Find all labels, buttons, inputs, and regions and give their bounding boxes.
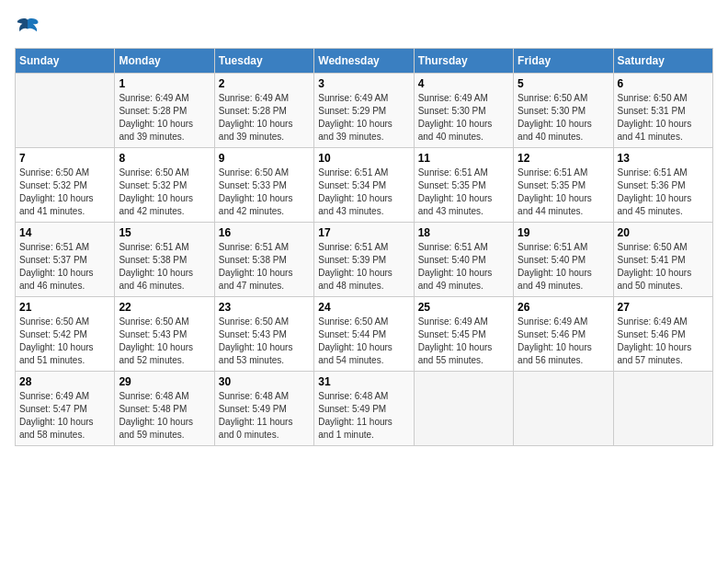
logo xyxy=(15,15,44,40)
calendar-cell: 14Sunrise: 6:51 AM Sunset: 5:37 PM Dayli… xyxy=(16,223,115,297)
weekday-monday: Monday xyxy=(115,49,214,74)
day-info: Sunrise: 6:50 AM Sunset: 5:43 PM Dayligh… xyxy=(219,316,310,367)
weekday-friday: Friday xyxy=(514,49,613,74)
day-info: Sunrise: 6:48 AM Sunset: 5:49 PM Dayligh… xyxy=(318,390,409,442)
calendar-cell: 19Sunrise: 6:51 AM Sunset: 5:40 PM Dayli… xyxy=(514,223,613,297)
day-info: Sunrise: 6:50 AM Sunset: 5:33 PM Dayligh… xyxy=(219,167,310,218)
calendar-cell: 11Sunrise: 6:51 AM Sunset: 5:35 PM Dayli… xyxy=(414,148,513,223)
day-number: 2 xyxy=(219,77,310,90)
day-number: 30 xyxy=(219,375,310,388)
day-info: Sunrise: 6:51 AM Sunset: 5:40 PM Dayligh… xyxy=(518,241,609,293)
day-info: Sunrise: 6:49 AM Sunset: 5:46 PM Dayligh… xyxy=(518,316,609,367)
weekday-wednesday: Wednesday xyxy=(314,49,414,74)
calendar-cell: 12Sunrise: 6:51 AM Sunset: 5:35 PM Dayli… xyxy=(514,148,613,223)
calendar-cell: 1Sunrise: 6:49 AM Sunset: 5:28 PM Daylig… xyxy=(115,74,214,148)
calendar-cell: 18Sunrise: 6:51 AM Sunset: 5:40 PM Dayli… xyxy=(414,223,513,297)
day-number: 5 xyxy=(518,77,609,90)
day-info: Sunrise: 6:50 AM Sunset: 5:32 PM Dayligh… xyxy=(19,167,110,218)
calendar-week-4: 21Sunrise: 6:50 AM Sunset: 5:42 PM Dayli… xyxy=(16,297,713,372)
day-info: Sunrise: 6:51 AM Sunset: 5:38 PM Dayligh… xyxy=(219,241,310,293)
day-info: Sunrise: 6:50 AM Sunset: 5:41 PM Dayligh… xyxy=(618,241,709,293)
day-info: Sunrise: 6:51 AM Sunset: 5:35 PM Dayligh… xyxy=(518,167,609,218)
day-info: Sunrise: 6:51 AM Sunset: 5:36 PM Dayligh… xyxy=(618,167,709,218)
day-number: 16 xyxy=(219,226,310,239)
day-number: 4 xyxy=(418,77,509,90)
calendar-cell: 10Sunrise: 6:51 AM Sunset: 5:34 PM Dayli… xyxy=(314,148,414,223)
calendar-cell: 22Sunrise: 6:50 AM Sunset: 5:43 PM Dayli… xyxy=(115,297,214,372)
day-info: Sunrise: 6:49 AM Sunset: 5:28 PM Dayligh… xyxy=(219,92,310,144)
day-info: Sunrise: 6:49 AM Sunset: 5:30 PM Dayligh… xyxy=(418,92,509,144)
day-number: 23 xyxy=(219,301,310,314)
calendar-week-1: 1Sunrise: 6:49 AM Sunset: 5:28 PM Daylig… xyxy=(16,74,713,148)
calendar-week-3: 14Sunrise: 6:51 AM Sunset: 5:37 PM Dayli… xyxy=(16,223,713,297)
calendar-cell: 8Sunrise: 6:50 AM Sunset: 5:32 PM Daylig… xyxy=(115,148,214,223)
day-number: 8 xyxy=(119,152,210,165)
calendar-cell: 25Sunrise: 6:49 AM Sunset: 5:45 PM Dayli… xyxy=(414,297,513,372)
day-number: 10 xyxy=(318,152,409,165)
day-number: 11 xyxy=(418,152,509,165)
calendar-week-2: 7Sunrise: 6:50 AM Sunset: 5:32 PM Daylig… xyxy=(16,148,713,223)
calendar-cell xyxy=(613,372,712,446)
day-info: Sunrise: 6:49 AM Sunset: 5:28 PM Dayligh… xyxy=(119,92,210,144)
calendar-cell: 29Sunrise: 6:48 AM Sunset: 5:48 PM Dayli… xyxy=(115,372,214,446)
calendar-cell: 17Sunrise: 6:51 AM Sunset: 5:39 PM Dayli… xyxy=(314,223,414,297)
calendar-cell: 26Sunrise: 6:49 AM Sunset: 5:46 PM Dayli… xyxy=(514,297,613,372)
weekday-thursday: Thursday xyxy=(414,49,513,74)
calendar-cell: 15Sunrise: 6:51 AM Sunset: 5:38 PM Dayli… xyxy=(115,223,214,297)
page-header xyxy=(15,15,713,40)
calendar-cell: 13Sunrise: 6:51 AM Sunset: 5:36 PM Dayli… xyxy=(613,148,712,223)
calendar-cell: 16Sunrise: 6:51 AM Sunset: 5:38 PM Dayli… xyxy=(214,223,313,297)
calendar-cell xyxy=(514,372,613,446)
day-info: Sunrise: 6:50 AM Sunset: 5:32 PM Dayligh… xyxy=(119,167,210,218)
day-number: 15 xyxy=(119,226,210,239)
calendar-cell: 20Sunrise: 6:50 AM Sunset: 5:41 PM Dayli… xyxy=(613,223,712,297)
calendar-cell: 30Sunrise: 6:48 AM Sunset: 5:49 PM Dayli… xyxy=(214,372,313,446)
day-number: 19 xyxy=(518,226,609,239)
day-info: Sunrise: 6:48 AM Sunset: 5:48 PM Dayligh… xyxy=(119,390,210,442)
day-info: Sunrise: 6:49 AM Sunset: 5:46 PM Dayligh… xyxy=(618,316,709,367)
day-number: 22 xyxy=(119,301,210,314)
day-number: 29 xyxy=(119,375,210,388)
weekday-saturday: Saturday xyxy=(613,49,712,74)
day-number: 21 xyxy=(19,301,110,314)
calendar-cell: 28Sunrise: 6:49 AM Sunset: 5:47 PM Dayli… xyxy=(16,372,115,446)
day-info: Sunrise: 6:51 AM Sunset: 5:37 PM Dayligh… xyxy=(19,241,110,293)
day-number: 18 xyxy=(418,226,509,239)
day-number: 25 xyxy=(418,301,509,314)
day-number: 17 xyxy=(318,226,409,239)
calendar-cell xyxy=(16,74,115,148)
calendar-cell: 31Sunrise: 6:48 AM Sunset: 5:49 PM Dayli… xyxy=(314,372,414,446)
logo-icon xyxy=(15,15,40,40)
day-number: 24 xyxy=(318,301,409,314)
day-number: 14 xyxy=(19,226,110,239)
day-number: 26 xyxy=(518,301,609,314)
calendar-week-5: 28Sunrise: 6:49 AM Sunset: 5:47 PM Dayli… xyxy=(16,372,713,446)
calendar-cell: 3Sunrise: 6:49 AM Sunset: 5:29 PM Daylig… xyxy=(314,74,414,148)
day-info: Sunrise: 6:50 AM Sunset: 5:44 PM Dayligh… xyxy=(318,316,409,367)
day-info: Sunrise: 6:51 AM Sunset: 5:39 PM Dayligh… xyxy=(318,241,409,293)
day-number: 20 xyxy=(618,226,709,239)
day-info: Sunrise: 6:50 AM Sunset: 5:30 PM Dayligh… xyxy=(518,92,609,144)
day-info: Sunrise: 6:50 AM Sunset: 5:31 PM Dayligh… xyxy=(618,92,709,144)
day-info: Sunrise: 6:50 AM Sunset: 5:43 PM Dayligh… xyxy=(119,316,210,367)
day-info: Sunrise: 6:51 AM Sunset: 5:40 PM Dayligh… xyxy=(418,241,509,293)
day-info: Sunrise: 6:49 AM Sunset: 5:29 PM Dayligh… xyxy=(318,92,409,144)
calendar-cell: 24Sunrise: 6:50 AM Sunset: 5:44 PM Dayli… xyxy=(314,297,414,372)
calendar-cell: 9Sunrise: 6:50 AM Sunset: 5:33 PM Daylig… xyxy=(214,148,313,223)
calendar-cell: 5Sunrise: 6:50 AM Sunset: 5:30 PM Daylig… xyxy=(514,74,613,148)
calendar-cell: 7Sunrise: 6:50 AM Sunset: 5:32 PM Daylig… xyxy=(16,148,115,223)
calendar-cell: 27Sunrise: 6:49 AM Sunset: 5:46 PM Dayli… xyxy=(613,297,712,372)
calendar-cell: 6Sunrise: 6:50 AM Sunset: 5:31 PM Daylig… xyxy=(613,74,712,148)
calendar-cell xyxy=(414,372,513,446)
day-number: 31 xyxy=(318,375,409,388)
day-number: 3 xyxy=(318,77,409,90)
day-number: 7 xyxy=(19,152,110,165)
weekday-sunday: Sunday xyxy=(16,49,115,74)
weekday-header-row: SundayMondayTuesdayWednesdayThursdayFrid… xyxy=(16,49,713,74)
calendar-cell: 4Sunrise: 6:49 AM Sunset: 5:30 PM Daylig… xyxy=(414,74,513,148)
calendar-table: SundayMondayTuesdayWednesdayThursdayFrid… xyxy=(15,48,713,446)
day-info: Sunrise: 6:50 AM Sunset: 5:42 PM Dayligh… xyxy=(19,316,110,367)
day-number: 1 xyxy=(119,77,210,90)
calendar-cell: 2Sunrise: 6:49 AM Sunset: 5:28 PM Daylig… xyxy=(214,74,313,148)
day-info: Sunrise: 6:49 AM Sunset: 5:47 PM Dayligh… xyxy=(19,390,110,442)
